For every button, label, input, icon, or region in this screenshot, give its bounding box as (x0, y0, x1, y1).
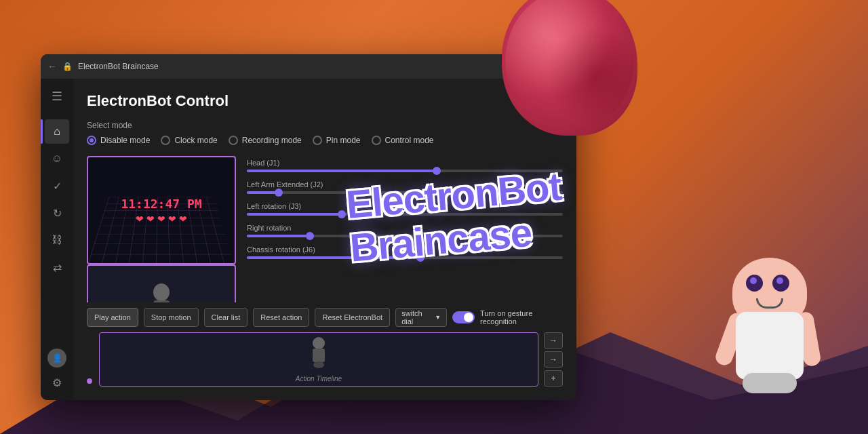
slider-j4: Right rotation (247, 224, 563, 237)
toggle-knob (464, 313, 473, 322)
content-area: ElectronBot Control Select mode Disable … (73, 79, 576, 400)
radio-pin-circle (313, 136, 322, 145)
stop-motion-button[interactable]: Stop motion (144, 308, 199, 327)
sliders-panel: Head (J1) Left Arm Extended (J2) (247, 156, 563, 302)
timeline-buttons: → → + (544, 332, 563, 387)
display-hearts: ❤ ❤ ❤ ❤ ❤ (121, 214, 201, 224)
page-title: ElectronBot Control (87, 92, 563, 110)
slider-j3-track[interactable] (247, 213, 563, 216)
reset-action-button[interactable]: Reset action (253, 308, 309, 327)
timeline-btn-right-2[interactable]: → (544, 351, 563, 368)
slider-j6: Chassis rotation (J6) (247, 245, 563, 259)
slider-j4-thumb[interactable] (306, 232, 314, 240)
slider-j2-track[interactable] (247, 191, 563, 194)
avatar-area (87, 264, 236, 302)
switch-dial-label: switch dial (401, 309, 432, 326)
display-box: 11:12:47 PM ❤ ❤ ❤ ❤ ❤ (87, 156, 236, 264)
action-buttons: Play action Stop motion Clear list Reset… (87, 308, 563, 327)
slider-j4-track[interactable] (247, 235, 563, 237)
timeline-btn-right-1[interactable]: → (544, 332, 563, 349)
scroll-indicator (87, 378, 92, 384)
sidebar-avatar[interactable]: 👤 (47, 349, 66, 368)
clear-list-button[interactable]: Clear list (204, 308, 248, 327)
radio-group: Disable mode Clock mode Recording mode P… (87, 136, 563, 145)
app-window: ← 🔒 ElectronBot Braincase ☰ ⌂ ☺ ✓ ↻ ⛓ ⇄ … (41, 54, 576, 400)
mode-section: Select mode Disable mode Clock mode Reco… (87, 121, 563, 145)
timeline-main: Action Timeline (99, 332, 538, 387)
svg-point-7 (313, 337, 325, 349)
display-content: 11:12:47 PM ❤ ❤ ❤ ❤ ❤ (121, 197, 201, 224)
play-action-button[interactable]: Play action (87, 308, 138, 327)
gesture-toggle-label: Turn on gesture recognition (480, 309, 563, 326)
gesture-toggle[interactable] (452, 311, 475, 323)
lychee-decoration (502, 0, 637, 136)
svg-rect-3 (153, 300, 170, 303)
radio-clock-circle (161, 136, 170, 145)
robot-figure-icon (144, 282, 178, 303)
slider-j1-thumb[interactable] (433, 167, 441, 175)
sidebar-item-link[interactable]: ⛓ (45, 228, 69, 252)
slider-j2-thumb[interactable] (275, 189, 283, 197)
svg-point-2 (153, 283, 170, 301)
slider-j6-label: Chassis rotation (J6) (247, 245, 563, 254)
slider-j4-fill (247, 235, 310, 237)
slider-j6-thumb[interactable] (416, 254, 425, 262)
slider-j2: Left Arm Extended (J2) (247, 180, 563, 194)
display-time: 11:12:47 PM (121, 197, 201, 211)
back-button[interactable]: ← (47, 61, 57, 72)
sidebar-item-refresh[interactable]: ↻ (45, 201, 69, 225)
slider-j3-label: Left rotation (J3) (247, 202, 563, 210)
radio-disable-circle (87, 136, 96, 145)
slider-j1: Head (J1) (247, 159, 563, 172)
window-title: ElectronBot Braincase (78, 62, 159, 71)
slider-j3-thumb[interactable] (338, 210, 346, 218)
sidebar-item-transfer[interactable]: ⇄ (45, 255, 69, 279)
radio-disable-label: Disable mode (100, 136, 150, 145)
svg-rect-5 (172, 302, 177, 303)
sidebar-item-settings[interactable]: ⚙ (45, 370, 69, 395)
sidebar: ☰ ⌂ ☺ ✓ ↻ ⛓ ⇄ 👤 ⚙ (41, 79, 73, 400)
slider-j3: Left rotation (J3) (247, 202, 563, 216)
svg-point-9 (313, 361, 324, 368)
radio-control-mode[interactable]: Control mode (372, 136, 434, 145)
slider-j2-label: Left Arm Extended (J2) (247, 180, 563, 189)
slider-j1-fill (247, 170, 437, 172)
mode-label: Select mode (87, 121, 563, 130)
radio-clock-mode[interactable]: Clock mode (161, 136, 217, 145)
sidebar-item-home[interactable]: ⌂ (45, 119, 69, 144)
radio-recording-circle (229, 136, 238, 145)
chevron-down-icon: ▼ (435, 314, 441, 321)
title-bar: ← 🔒 ElectronBot Braincase (41, 54, 576, 79)
timeline-section: Action Timeline → → + (87, 332, 563, 387)
switch-dial-dropdown[interactable]: switch dial ▼ (395, 308, 447, 327)
radio-recording-mode[interactable]: Recording mode (229, 136, 302, 145)
slider-j2-fill (247, 191, 279, 194)
main-layout: ☰ ⌂ ☺ ✓ ↻ ⛓ ⇄ 👤 ⚙ ElectronBot Control Se… (41, 79, 576, 400)
sidebar-item-check[interactable]: ✓ (45, 174, 69, 198)
radio-pin-label: Pin mode (326, 136, 361, 145)
reset-electronbot-button[interactable]: Reset ElectronBot (315, 308, 390, 327)
radio-disable-mode[interactable]: Disable mode (87, 136, 150, 145)
lock-icon: 🔒 (62, 62, 73, 71)
radio-pin-mode[interactable]: Pin mode (313, 136, 361, 145)
slider-j3-fill (247, 213, 342, 216)
slider-j6-fill (247, 256, 420, 259)
timeline-label: Action Timeline (296, 375, 342, 382)
gesture-toggle-area: Turn on gesture recognition (452, 309, 563, 326)
sidebar-item-smiley[interactable]: ☺ (45, 146, 69, 171)
radio-control-label: Control mode (385, 136, 434, 145)
slider-j1-label: Head (J1) (247, 159, 563, 167)
svg-rect-4 (146, 302, 151, 303)
display-panel: 11:12:47 PM ❤ ❤ ❤ ❤ ❤ (87, 156, 236, 302)
radio-recording-label: Recording mode (242, 136, 302, 145)
robot-decoration (692, 176, 848, 393)
timeline-btn-add[interactable]: + (544, 370, 563, 387)
sidebar-item-menu[interactable]: ☰ (45, 84, 69, 108)
radio-clock-label: Clock mode (174, 136, 217, 145)
radio-control-circle (372, 136, 381, 145)
slider-j1-track[interactable] (247, 170, 563, 172)
slider-j6-track[interactable] (247, 256, 563, 259)
svg-rect-8 (313, 349, 325, 362)
panel-area: 11:12:47 PM ❤ ❤ ❤ ❤ ❤ (87, 156, 563, 302)
timeline-robot-icon (307, 336, 331, 374)
